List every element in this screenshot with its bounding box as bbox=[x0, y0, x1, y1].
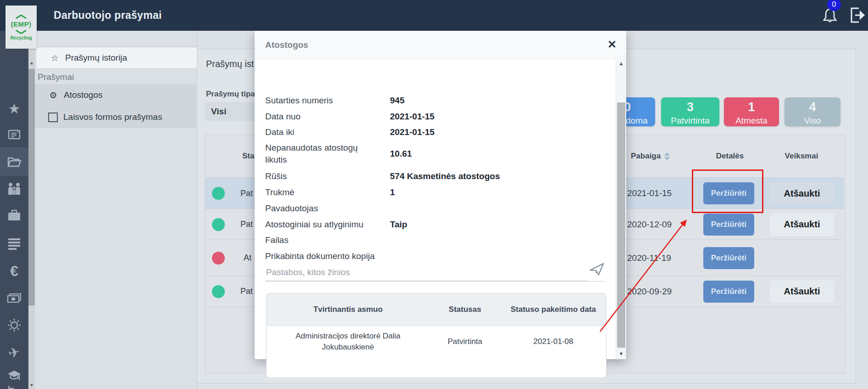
scrollbar-up-icon[interactable]: ▲ bbox=[616, 61, 626, 66]
filter-label: Prašymų tipa bbox=[206, 90, 255, 99]
end-date: 2020-09-29 bbox=[627, 287, 672, 297]
sidebar-item-training[interactable] bbox=[0, 364, 28, 388]
sidebar-item-work[interactable] bbox=[0, 202, 28, 229]
cancel-button[interactable]: Atšaukti bbox=[770, 280, 834, 303]
col-header-veiksmai: Veiksmai bbox=[769, 152, 834, 161]
sidebar-item-vacation-sun[interactable] bbox=[0, 312, 28, 338]
modal-title: Atostogos bbox=[265, 31, 308, 59]
col-header-detales: Detalės bbox=[698, 152, 762, 161]
menu-item-label: Laisvos formos prašymas bbox=[63, 112, 162, 122]
approvals-col-status: Statusas bbox=[429, 293, 501, 326]
panel-scrollbar-thumb[interactable] bbox=[28, 69, 35, 305]
field-label: Pavaduotojas bbox=[265, 203, 380, 214]
sidebar-item-payments[interactable] bbox=[0, 285, 28, 312]
close-icon[interactable]: ✕ bbox=[605, 38, 619, 51]
status-text: Pat bbox=[240, 287, 253, 296]
sort-icon[interactable] bbox=[664, 152, 670, 160]
col-header-pabaiga[interactable]: Pabaiga bbox=[631, 152, 670, 161]
status-text: Pat bbox=[240, 189, 253, 198]
badge-count: 4 bbox=[785, 100, 840, 114]
approval-date: 2021-01-08 bbox=[501, 326, 606, 358]
field-row: Failas bbox=[265, 234, 605, 246]
col-header-label: Pabaiga bbox=[631, 152, 661, 160]
modal-header: Atostogos ✕ bbox=[255, 31, 626, 59]
logout-button[interactable] bbox=[849, 6, 867, 24]
field-label: Prikabinta dokumento kopija bbox=[265, 250, 421, 262]
app-root: Darbuotojo prašymai (EMP) Recycling 0 ★ bbox=[0, 0, 868, 389]
approval-status: Patvirtinta bbox=[429, 326, 501, 358]
view-button[interactable]: Peržiūrėti bbox=[703, 281, 754, 303]
sidebar-item-news[interactable] bbox=[0, 121, 28, 148]
chevron-up-icon bbox=[14, 14, 28, 19]
field-value: 1 bbox=[390, 187, 395, 197]
field-row bbox=[265, 113, 605, 137]
chevron-down-icon bbox=[14, 29, 28, 34]
emp-recycling-logo[interactable]: (EMP) Recycling bbox=[6, 6, 37, 49]
send-button[interactable] bbox=[590, 263, 604, 276]
field-row: Pavaduotojas bbox=[265, 203, 605, 214]
view-button[interactable]: Peržiūrėti bbox=[703, 247, 754, 269]
approvals-header: Tvirtinantis asmuo Statusas Statuso pake… bbox=[267, 293, 606, 326]
checkbox-icon bbox=[48, 113, 58, 122]
badge-approved: 3 Patvirtinta bbox=[661, 97, 719, 126]
selected-filter-value: Visi bbox=[211, 107, 226, 117]
view-button[interactable]: Peržiūrėti bbox=[703, 214, 754, 236]
sidebar-item-favorites[interactable]: ★ bbox=[0, 95, 28, 122]
menu-item-atostogos[interactable]: ⚙ Atostogos bbox=[35, 84, 196, 106]
status-text: At bbox=[244, 253, 251, 263]
field-value: 945 bbox=[390, 96, 405, 106]
end-date: 2021-01-15 bbox=[627, 188, 672, 198]
sidebar-item-family[interactable] bbox=[0, 175, 28, 202]
gear-icon: ⚙ bbox=[47, 90, 59, 101]
field-label: Sutarties numeris bbox=[265, 95, 380, 107]
sidebar-item-salary[interactable]: € bbox=[0, 258, 28, 284]
modal-scrollbar[interactable]: ▲ ▼ bbox=[616, 59, 626, 359]
menu-item-label: Atostogos bbox=[64, 90, 103, 100]
approvals-col-date: Statuso pakeitimo data bbox=[501, 293, 606, 326]
status-text: Pat bbox=[240, 220, 253, 229]
scrollbar-down-icon[interactable]: ▼ bbox=[28, 383, 35, 388]
card-list-icon bbox=[7, 127, 22, 142]
annotation-highlight-rect bbox=[692, 169, 763, 213]
sidebar-item-trips[interactable]: ✈ bbox=[0, 339, 28, 366]
banknote-icon bbox=[6, 293, 22, 304]
cancel-button[interactable]: Atšaukti bbox=[770, 182, 834, 205]
field-row: Sutarties numeris 945 bbox=[265, 95, 605, 107]
scrollbar-down-icon[interactable]: ▼ bbox=[616, 351, 626, 356]
comment-input[interactable] bbox=[265, 264, 588, 281]
sidebar-item-rest[interactable] bbox=[0, 385, 28, 389]
scrollbar-up-icon[interactable]: ▲ bbox=[28, 60, 35, 65]
star-icon: ★ bbox=[8, 101, 21, 117]
cancel-button[interactable]: Atšaukti bbox=[770, 213, 834, 236]
sidebar-item-requests[interactable] bbox=[0, 147, 28, 176]
bed-icon bbox=[6, 385, 22, 389]
star-outline-icon: ☆ bbox=[49, 53, 61, 63]
graduation-cap-icon bbox=[6, 369, 22, 382]
col-header-status: Sta bbox=[242, 152, 254, 161]
status-circle bbox=[212, 218, 225, 231]
logout-icon bbox=[849, 6, 867, 24]
sun-icon bbox=[7, 318, 22, 333]
end-date: 2020-11-19 bbox=[627, 253, 671, 263]
approvals-table: Tvirtinantis asmuo Statusas Statuso pake… bbox=[266, 293, 606, 378]
folder-open-icon bbox=[6, 154, 22, 169]
approvals-row: Administracijos direktorė Dalia Jokubaus… bbox=[267, 326, 606, 358]
badge-rejected: 1 Atmesta bbox=[724, 97, 779, 126]
sidebar-item-list[interactable] bbox=[0, 230, 28, 257]
badge-count: 1 bbox=[724, 100, 779, 114]
field-value: 574 Kasmetinės atostogos bbox=[390, 171, 500, 181]
field-value: 10.61 bbox=[390, 149, 412, 159]
main-heading: Prašymų ist bbox=[206, 59, 254, 69]
page-title: Darbuotojo prašymai bbox=[54, 0, 162, 31]
field-row: Rūšis 574 Kasmetinės atostogos bbox=[265, 170, 605, 182]
approver-name: Administracijos direktorė Dalia Jokubaus… bbox=[267, 326, 429, 358]
field-label: Atostoginiai su atlyginimu bbox=[265, 219, 380, 231]
menu-item-laisvos-formos[interactable]: Laisvos formos prašymas bbox=[35, 106, 196, 128]
atostogos-modal: Atostogos ✕ Sutarties numeris 945 Data n… bbox=[255, 31, 626, 359]
badge-count: 3 bbox=[661, 100, 719, 114]
field-row: Prikabinta dokumento kopija bbox=[265, 250, 605, 262]
menu-item-prasymu-istorija[interactable]: ☆ Prašymų istorija bbox=[36, 47, 197, 69]
modal-scrollbar-thumb[interactable] bbox=[617, 102, 625, 348]
badge-label: Patvirtinta bbox=[661, 116, 719, 126]
badge-label: Atmesta bbox=[724, 116, 779, 126]
